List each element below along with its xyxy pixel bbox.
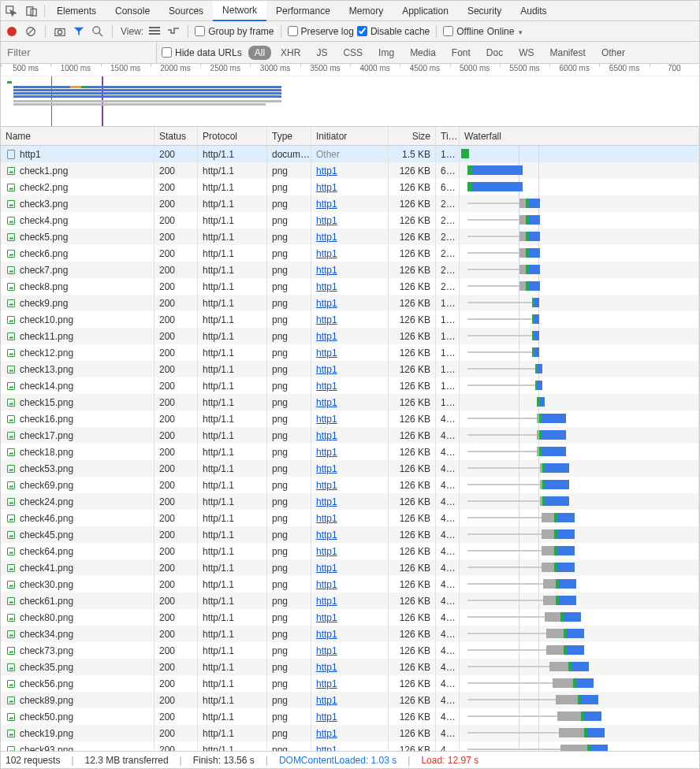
filter-type-doc[interactable]: Doc — [480, 46, 509, 60]
initiator[interactable]: http1 — [316, 662, 337, 673]
filter-type-css[interactable]: CSS — [337, 46, 369, 60]
table-row[interactable]: check34.png200http/1.1pnghttp1126 KB4… — [1, 626, 699, 642]
initiator[interactable]: http1 — [316, 281, 337, 292]
table-row[interactable]: check12.png200http/1.1pnghttp1126 KB1… — [1, 344, 699, 361]
table-row[interactable]: check15.png200http/1.1pnghttp1126 KB1… — [1, 394, 699, 411]
col-status[interactable]: Status — [155, 127, 198, 145]
table-row[interactable]: check30.png200http/1.1pnghttp1126 KB4… — [1, 576, 699, 593]
initiator[interactable]: http1 — [316, 629, 337, 640]
tab-application[interactable]: Application — [393, 1, 458, 21]
table-row[interactable]: check11.png200http/1.1pnghttp1126 KB1… — [1, 328, 699, 344]
initiator[interactable]: http1 — [316, 215, 337, 226]
col-initiator[interactable]: Initiator — [311, 127, 389, 145]
initiator[interactable]: http1 — [316, 364, 337, 375]
network-table-body[interactable]: http1200http/1.1docum…Other1.5 KB1…check… — [1, 146, 699, 751]
initiator[interactable]: http1 — [316, 480, 337, 491]
table-row[interactable]: check19.png200http/1.1pnghttp1126 KB4… — [1, 725, 699, 741]
table-row[interactable]: check93.png200http/1.1pnghttp1126 KB4… — [1, 741, 699, 751]
tab-console[interactable]: Console — [106, 1, 159, 21]
col-waterfall[interactable]: Waterfall — [460, 127, 699, 145]
initiator[interactable]: http1 — [316, 182, 337, 193]
filter-toggle-icon[interactable] — [71, 24, 87, 39]
initiator[interactable]: http1 — [316, 496, 337, 507]
filter-type-img[interactable]: Img — [372, 46, 400, 60]
tab-sources[interactable]: Sources — [159, 1, 213, 21]
initiator[interactable]: http1 — [316, 314, 337, 325]
offline-checkbox[interactable]: Offline — [443, 26, 483, 37]
table-row[interactable]: check35.png200http/1.1pnghttp1126 KB4… — [1, 659, 699, 675]
initiator[interactable]: http1 — [316, 232, 337, 243]
table-row[interactable]: check16.png200http/1.1pnghttp1126 KB4… — [1, 411, 699, 427]
table-row[interactable]: check89.png200http/1.1pnghttp1126 KB4… — [1, 692, 699, 708]
throttling-dropdown[interactable]: Online — [487, 26, 523, 37]
disable-cache-checkbox[interactable]: Disable cache — [357, 26, 430, 37]
table-row[interactable]: check46.png200http/1.1pnghttp1126 KB4… — [1, 510, 699, 526]
filter-type-media[interactable]: Media — [404, 46, 442, 60]
table-row[interactable]: check3.png200http/1.1pnghttp1126 KB2… — [1, 195, 699, 212]
initiator[interactable]: http1 — [316, 447, 337, 458]
col-type[interactable]: Type — [267, 127, 311, 145]
table-row[interactable]: check45.png200http/1.1pnghttp1126 KB4… — [1, 526, 699, 543]
initiator[interactable]: http1 — [316, 745, 337, 752]
table-row[interactable]: check14.png200http/1.1pnghttp1126 KB1… — [1, 377, 699, 394]
record-button[interactable] — [4, 24, 20, 39]
filter-type-all[interactable]: All — [248, 46, 271, 60]
overview-icon[interactable] — [166, 24, 181, 39]
table-row[interactable]: check7.png200http/1.1pnghttp1126 KB2… — [1, 262, 699, 278]
table-row[interactable]: check13.png200http/1.1pnghttp1126 KB1… — [1, 361, 699, 377]
table-row[interactable]: check53.png200http/1.1pnghttp1126 KB4… — [1, 460, 699, 477]
large-rows-icon[interactable] — [147, 24, 162, 39]
initiator[interactable]: http1 — [316, 711, 337, 723]
initiator[interactable]: http1 — [316, 199, 337, 210]
initiator[interactable]: http1 — [316, 612, 337, 623]
table-row[interactable]: check1.png200http/1.1pnghttp1126 KB6… — [1, 162, 699, 179]
col-size[interactable]: Size — [389, 127, 436, 145]
table-row[interactable]: check73.png200http/1.1pnghttp1126 KB4… — [1, 642, 699, 659]
col-name[interactable]: Name — [1, 127, 155, 145]
initiator[interactable]: http1 — [316, 265, 337, 276]
initiator[interactable]: http1 — [316, 695, 337, 706]
filter-type-other[interactable]: Other — [595, 46, 631, 60]
initiator[interactable]: http1 — [316, 529, 337, 541]
tab-audits[interactable]: Audits — [511, 1, 556, 21]
filter-type-ws[interactable]: WS — [512, 46, 540, 60]
table-row[interactable]: http1200http/1.1docum…Other1.5 KB1… — [1, 146, 699, 162]
table-row[interactable]: check4.png200http/1.1pnghttp1126 KB2… — [1, 212, 699, 228]
table-row[interactable]: check8.png200http/1.1pnghttp1126 KB2… — [1, 278, 699, 295]
table-row[interactable]: check18.png200http/1.1pnghttp1126 KB4… — [1, 444, 699, 460]
tab-memory[interactable]: Memory — [340, 1, 393, 21]
initiator[interactable]: http1 — [316, 414, 337, 425]
preserve-log-checkbox[interactable]: Preserve log — [288, 26, 354, 37]
initiator[interactable]: http1 — [316, 248, 337, 259]
table-row[interactable]: check5.png200http/1.1pnghttp1126 KB2… — [1, 228, 699, 245]
initiator[interactable]: http1 — [316, 347, 337, 358]
tab-performance[interactable]: Performance — [266, 1, 340, 21]
initiator[interactable]: http1 — [316, 579, 337, 590]
initiator[interactable]: http1 — [316, 546, 337, 557]
initiator[interactable]: http1 — [316, 513, 337, 524]
initiator[interactable]: http1 — [316, 678, 337, 689]
col-time[interactable]: Ti… — [436, 127, 460, 145]
table-row[interactable]: check17.png200http/1.1pnghttp1126 KB4… — [1, 427, 699, 444]
filter-type-manifest[interactable]: Manifest — [544, 46, 592, 60]
initiator[interactable]: http1 — [316, 331, 337, 342]
table-row[interactable]: check41.png200http/1.1pnghttp1126 KB4… — [1, 559, 699, 576]
tab-network[interactable]: Network — [213, 1, 266, 21]
initiator[interactable]: http1 — [316, 430, 337, 441]
table-row[interactable]: check10.png200http/1.1pnghttp1126 KB1… — [1, 311, 699, 328]
table-row[interactable]: check56.png200http/1.1pnghttp1126 KB4… — [1, 675, 699, 692]
tab-security[interactable]: Security — [458, 1, 511, 21]
timeline-overview[interactable]: 500 ms1000 ms1500 ms2000 ms2500 ms3000 m… — [1, 64, 699, 127]
search-icon[interactable] — [90, 24, 106, 39]
initiator[interactable]: http1 — [316, 728, 337, 739]
initiator[interactable]: http1 — [316, 463, 337, 474]
capture-screenshots-icon[interactable] — [52, 24, 68, 39]
col-protocol[interactable]: Protocol — [198, 127, 267, 145]
table-row[interactable]: check69.png200http/1.1pnghttp1126 KB4… — [1, 477, 699, 493]
filter-type-font[interactable]: Font — [445, 46, 477, 60]
table-row[interactable]: check64.png200http/1.1pnghttp1126 KB4… — [1, 543, 699, 559]
initiator[interactable]: http1 — [316, 596, 337, 607]
table-row[interactable]: check9.png200http/1.1pnghttp1126 KB1… — [1, 295, 699, 311]
device-toolbar-icon[interactable] — [21, 1, 42, 21]
hide-data-urls-checkbox[interactable]: Hide data URLs — [162, 47, 242, 58]
